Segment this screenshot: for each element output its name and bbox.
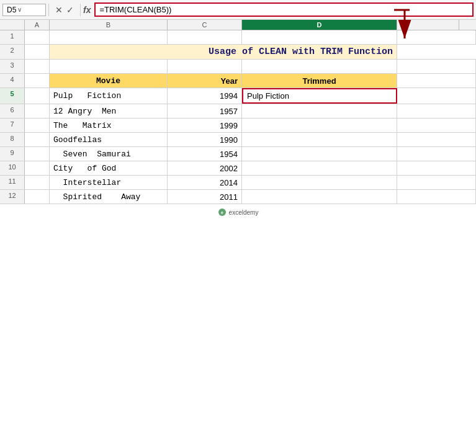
table-row: 3	[0, 60, 476, 74]
row-num-header	[0, 20, 25, 30]
cell-b9[interactable]: Seven Samurai	[50, 147, 168, 161]
table-row: 11 Interstellar 2014	[0, 176, 476, 190]
cell-c7[interactable]: 1999	[168, 119, 242, 132]
cell-d12[interactable]	[242, 190, 397, 204]
watermark-text: exceldemy	[229, 209, 259, 216]
header-year: Year	[168, 74, 242, 87]
cell-ref-text: D5	[7, 6, 16, 14]
cell-d10[interactable]	[242, 161, 397, 175]
cell-c8[interactable]: 1990	[168, 133, 242, 146]
cell-b3[interactable]	[50, 60, 168, 73]
cell-d1[interactable]	[242, 30, 397, 44]
row-number: 11	[0, 176, 25, 189]
cell-d7[interactable]	[242, 119, 397, 132]
row-number: 10	[0, 161, 25, 175]
cell-b11[interactable]: Interstellar	[50, 176, 168, 189]
row-number-5: 5	[0, 88, 25, 104]
cell-ref-chevron[interactable]: ∨	[17, 6, 22, 13]
fx-label: fx	[83, 5, 91, 15]
header-movie: Movie	[50, 74, 168, 87]
cell-c12[interactable]: 2011	[168, 190, 242, 204]
table-row: 2 Usage of CLEAN with TRIM Function	[0, 45, 476, 60]
col-header-b[interactable]: B	[50, 20, 168, 30]
cell-a7[interactable]	[25, 119, 50, 132]
col-header-c[interactable]: C	[168, 20, 242, 30]
table-row: 7 The Matrix 1999	[0, 119, 476, 133]
cell-e5[interactable]	[397, 88, 476, 104]
cell-c6[interactable]: 1957	[168, 104, 242, 118]
cell-e12[interactable]	[397, 190, 476, 204]
cell-c3[interactable]	[168, 60, 242, 73]
cell-c10[interactable]: 2002	[168, 161, 242, 175]
cell-a9[interactable]	[25, 147, 50, 161]
col-header-d[interactable]: D	[242, 20, 397, 30]
cell-b10[interactable]: City of God	[50, 161, 168, 175]
table-row: 4 Movie Year Trimmed	[0, 74, 476, 88]
row-number: 7	[0, 119, 25, 132]
cell-b5[interactable]: Pulp Fiction	[50, 88, 168, 104]
formula-bar: D5 ∨ ✕ ✓ fx =TRIM(CLEAN(B5))	[0, 0, 476, 20]
cancel-icon[interactable]: ✕	[55, 5, 63, 15]
cell-c11[interactable]: 2014	[168, 176, 242, 189]
title-cell: Usage of CLEAN with TRIM Function	[50, 45, 397, 59]
cell-a4[interactable]	[25, 74, 50, 87]
row-number: 4	[0, 74, 25, 87]
formula-icons: ✕ ✓	[55, 5, 74, 15]
row-number: 3	[0, 60, 25, 73]
cell-c1[interactable]	[168, 30, 242, 44]
table-row: 5 Pulp Fiction 1994 Pulp Fiction	[0, 88, 476, 104]
row-number: 12	[0, 190, 25, 204]
row-number: 1	[0, 30, 25, 44]
cell-d8[interactable]	[242, 133, 397, 146]
cell-e11[interactable]	[397, 176, 476, 189]
cell-e10[interactable]	[397, 161, 476, 175]
cell-a6[interactable]	[25, 104, 50, 118]
column-headers: A B C D	[0, 20, 476, 30]
cell-d3[interactable]	[242, 60, 397, 73]
cell-a2[interactable]	[25, 45, 50, 59]
col-header-a[interactable]: A	[25, 20, 50, 30]
cell-e7[interactable]	[397, 119, 476, 132]
svg-text:e: e	[221, 210, 223, 215]
cell-a8[interactable]	[25, 133, 50, 146]
watermark-logo: e exceldemy	[218, 208, 259, 217]
cell-b8[interactable]: Goodfellas	[50, 133, 168, 146]
cell-c5[interactable]: 1994	[168, 88, 242, 104]
table-row: 6 12 Angry Men 1957	[0, 104, 476, 119]
cell-a5[interactable]	[25, 88, 50, 104]
cell-e8[interactable]	[397, 133, 476, 146]
cell-e6[interactable]	[397, 104, 476, 118]
table-row: 12 Spirited Away 2011	[0, 190, 476, 204]
formula-divider	[48, 4, 49, 16]
cell-b12[interactable]: Spirited Away	[50, 190, 168, 204]
cell-b1[interactable]	[50, 30, 168, 44]
confirm-icon[interactable]: ✓	[66, 5, 74, 15]
cell-a1[interactable]	[25, 30, 50, 44]
cell-d6[interactable]	[242, 104, 397, 118]
table-row: 8 Goodfellas 1990	[0, 133, 476, 147]
cell-d5[interactable]: Pulp Fiction	[242, 88, 397, 104]
cell-reference-box[interactable]: D5 ∨	[2, 4, 46, 16]
row-number: 8	[0, 133, 25, 146]
formula-divider-2	[80, 4, 81, 16]
cell-e4[interactable]	[397, 74, 476, 87]
row-number: 2	[0, 45, 25, 59]
cell-a12[interactable]	[25, 190, 50, 204]
cell-d11[interactable]	[242, 176, 397, 189]
formula-input[interactable]: =TRIM(CLEAN(B5))	[94, 2, 474, 17]
cell-a11[interactable]	[25, 176, 50, 189]
spreadsheet-grid: 1 2 Usage of CLEAN with TRIM Function 3 …	[0, 30, 476, 204]
cell-c9[interactable]: 1954	[168, 147, 242, 161]
cell-e3[interactable]	[397, 60, 476, 73]
cell-a3[interactable]	[25, 60, 50, 73]
table-row: 9 Seven Samurai 1954	[0, 147, 476, 161]
cell-b7[interactable]: The Matrix	[50, 119, 168, 132]
watermark-icon: e	[218, 208, 227, 217]
cell-d9[interactable]	[242, 147, 397, 161]
cell-e1[interactable]	[397, 30, 476, 44]
cell-e9[interactable]	[397, 147, 476, 161]
table-row: 1	[0, 30, 476, 45]
cell-a10[interactable]	[25, 161, 50, 175]
col-header-e[interactable]	[397, 20, 459, 30]
cell-b6[interactable]: 12 Angry Men	[50, 104, 168, 118]
